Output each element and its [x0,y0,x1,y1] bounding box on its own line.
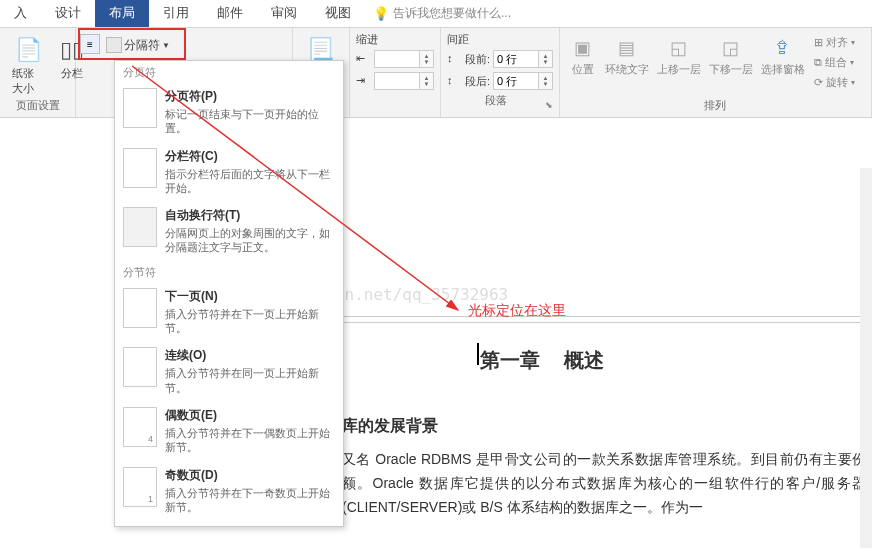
paper-size-label: 纸张大小 [12,66,44,96]
rotate-icon: ⟳ [814,76,823,89]
space-after-label: 段后: [465,74,490,89]
tab-design[interactable]: 设计 [41,0,95,27]
tab-view[interactable]: 视图 [311,0,365,27]
text-wrap-break-item[interactable]: 自动换行符(T) 分隔网页上的对象周围的文字，如分隔题注文字与正文。 [115,201,343,261]
page-icon: 📄 [12,34,44,66]
space-before-icon: ↕ [447,52,461,66]
column-break-icon [123,148,157,188]
indent-right-spinner[interactable]: ▲▼ [420,72,434,90]
column-break-title: 分栏符(C) [165,148,335,165]
send-backward-label: 下移一层 [709,62,753,77]
next-page-title: 下一页(N) [165,288,335,305]
indent-right-input[interactable] [374,72,420,90]
odd-page-icon: 1 [123,467,157,507]
breaks-label: 分隔符 [124,37,160,54]
continuous-desc: 插入分节符并在同一页上开始新节。 [165,366,335,395]
even-page-title: 偶数页(E) [165,407,335,424]
space-after-input[interactable] [493,72,539,90]
indent-left-icon: ⇤ [356,52,370,66]
column-break-item[interactable]: 分栏符(C) 指示分栏符后面的文字将从下一栏开始。 [115,142,343,202]
page-break-title: 分页符(P) [165,88,335,105]
odd-page-desc: 插入分节符并在下一奇数页上开始新节。 [165,486,335,515]
cursor-annotation: 光标定位在这里 [468,302,566,320]
indent-section-label: 缩进 [356,32,434,47]
group-button[interactable]: ⧉组合▾ [814,52,855,72]
tell-me-search[interactable]: 💡 告诉我您想要做什么... [365,0,511,27]
selection-pane-icon: ⮸ [769,34,797,62]
position-button[interactable]: ▣ 位置 [566,32,600,92]
group-icon: ⧉ [814,56,822,69]
breaks-dropdown-menu: 分页符 分页符(P) 标记一页结束与下一页开始的位置。 分栏符(C) 指示分栏符… [114,60,344,527]
page-break-item[interactable]: 分页符(P) 标记一页结束与下一页开始的位置。 [115,82,343,142]
dropdown-arrow-icon: ▼ [162,41,170,50]
paragraph-group-label: 段落 [485,93,507,110]
indent-right-icon: ⇥ [356,74,370,88]
indent-left-input[interactable] [374,50,420,68]
arrange-group-label: 排列 [566,98,865,115]
page-setup-group-label: 页面设置 [8,98,67,115]
position-label: 位置 [572,62,594,77]
wrap-text-button[interactable]: ▤ 环绕文字 [602,32,652,92]
body-paragraph: 又名 Oracle RDBMS 是甲骨文公司的一款关系数据库管理系统。到目前仍有… [342,448,866,519]
section-heading: 库的发展背景 [342,412,438,439]
vertical-scrollbar[interactable] [860,168,872,548]
next-page-icon [123,288,157,328]
section-breaks-section: 分节符 [115,261,343,282]
space-before-input[interactable] [493,50,539,68]
next-page-item[interactable]: 下一页(N) 插入分节符并在下一页上开始新节。 [115,282,343,342]
spacing-section-label: 间距 [447,32,553,47]
bring-forward-icon: ◱ [665,34,693,62]
space-before-spinner[interactable]: ▲▼ [539,50,553,68]
breaks-button[interactable]: 分隔符 ▼ [102,34,174,56]
indent-left-spinner[interactable]: ▲▼ [420,50,434,68]
text-wrap-break-icon [123,207,157,247]
line-numbers-icon[interactable]: ≡ [80,34,100,54]
tab-references[interactable]: 引用 [149,0,203,27]
tab-review[interactable]: 审阅 [257,0,311,27]
even-page-item[interactable]: 4 偶数页(E) 插入分节符并在下一偶数页上开始新节。 [115,401,343,461]
breaks-icon [106,37,122,53]
space-after-icon: ↕ [447,74,461,88]
space-before-label: 段前: [465,52,490,67]
column-break-desc: 指示分栏符后面的文字将从下一栏开始。 [165,167,335,196]
document-body[interactable]: 第一章概述 库的发展背景 又名 Oracle RDBMS 是甲骨文公司的一款关系… [344,118,866,554]
paragraph-dialog-launcher[interactable]: ⬊ [545,100,553,110]
bring-forward-button[interactable]: ◱ 上移一层 [654,32,704,92]
chapter-heading: 第一章概述 [480,343,604,377]
rotate-button[interactable]: ⟳旋转▾ [814,72,855,92]
even-page-icon: 4 [123,407,157,447]
text-wrap-desc: 分隔网页上的对象周围的文字，如分隔题注文字与正文。 [165,226,335,255]
wrap-text-icon: ▤ [613,34,641,62]
tab-mailings[interactable]: 邮件 [203,0,257,27]
continuous-icon [123,347,157,387]
text-wrap-title: 自动换行符(T) [165,207,335,224]
tab-insert[interactable]: 入 [0,0,41,27]
continuous-title: 连续(O) [165,347,335,364]
selection-pane-button[interactable]: ⮸ 选择窗格 [758,32,808,92]
space-after-spinner[interactable]: ▲▼ [539,72,553,90]
position-icon: ▣ [569,34,597,62]
send-backward-button[interactable]: ◲ 下移一层 [706,32,756,92]
text-cursor [477,343,479,365]
page-breaks-section: 分页符 [115,61,343,82]
lightbulb-icon: 💡 [373,6,389,21]
align-button[interactable]: ⊞对齐▾ [814,32,855,52]
odd-page-item[interactable]: 1 奇数页(D) 插入分节符并在下一奇数页上开始新节。 [115,461,343,521]
page-break-icon [123,88,157,128]
continuous-item[interactable]: 连续(O) 插入分节符并在同一页上开始新节。 [115,341,343,401]
odd-page-title: 奇数页(D) [165,467,335,484]
tab-layout[interactable]: 布局 [95,0,149,27]
page-break-desc: 标记一页结束与下一页开始的位置。 [165,107,335,136]
even-page-desc: 插入分节符并在下一偶数页上开始新节。 [165,426,335,455]
bring-forward-label: 上移一层 [657,62,701,77]
paper-size-button[interactable]: 📄 纸张大小 [8,32,48,98]
tell-me-text: 告诉我您想要做什么... [393,5,511,22]
next-page-desc: 插入分节符并在下一页上开始新节。 [165,307,335,336]
send-backward-icon: ◲ [717,34,745,62]
selection-pane-label: 选择窗格 [761,62,805,77]
wrap-text-label: 环绕文字 [605,62,649,77]
align-icon: ⊞ [814,36,823,49]
